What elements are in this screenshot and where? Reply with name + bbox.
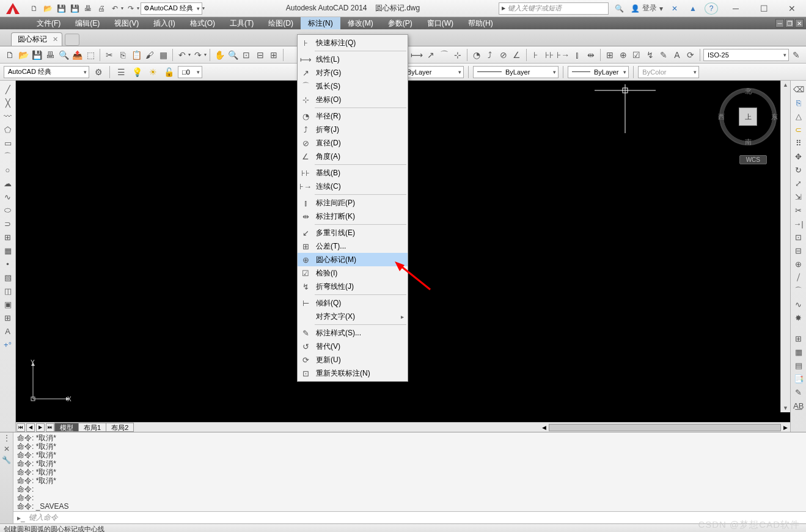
mtext-icon[interactable]: A <box>1 325 15 337</box>
rotate-icon[interactable]: ↻ <box>792 164 805 176</box>
plotstyle-combo[interactable]: ByLayer <box>568 66 629 78</box>
menu-item-更新[interactable]: ⟳更新(U) <box>298 353 408 366</box>
close-tab-icon[interactable]: ✕ <box>53 35 58 43</box>
dim-space-icon[interactable]: ⫿ <box>571 48 584 62</box>
blend-icon[interactable]: ∿ <box>792 298 805 310</box>
dimstyle-mgr-icon[interactable]: ✎ <box>790 48 802 62</box>
ellipse-arc-icon[interactable]: ⊃ <box>1 217 15 230</box>
menu-item-标注打断[interactable]: ⇹标注打断(K) <box>298 210 408 223</box>
dim-tedit-icon[interactable]: A <box>671 48 683 62</box>
preview-icon[interactable]: 🔍 <box>57 48 70 62</box>
menu-格式[interactable]: 格式(O) <box>183 17 222 29</box>
publish-icon[interactable]: 📤 <box>71 48 83 62</box>
gear-icon[interactable]: ⚙ <box>92 65 105 79</box>
menu-item-多重引线[interactable]: ↙多重引线(E) <box>298 226 408 239</box>
layer-on-icon[interactable]: 💡 <box>130 65 144 79</box>
save-icon[interactable]: 💾 <box>31 48 43 62</box>
redo-icon[interactable]: ↷ <box>192 48 204 62</box>
window-close-icon[interactable]: ✕ <box>778 0 806 17</box>
menu-item-半径[interactable]: ◔半径(R) <box>298 109 408 123</box>
match-icon[interactable]: 🖌 <box>144 48 156 62</box>
stretch-icon[interactable]: ⇲ <box>792 191 805 203</box>
zoom-rt-icon[interactable]: 🔍 <box>227 48 239 62</box>
3d-icon[interactable]: ⬚ <box>84 48 97 62</box>
hatch-icon[interactable]: ▧ <box>1 271 15 283</box>
point-icon[interactable]: • <box>1 258 15 270</box>
window-maximize-icon[interactable]: ☐ <box>750 0 778 17</box>
scale-icon[interactable]: ⤢ <box>792 177 805 189</box>
spline-icon[interactable]: ∿ <box>1 191 15 203</box>
dim-center-icon[interactable]: ⊕ <box>617 48 629 62</box>
dim-align-icon[interactable]: ↗ <box>425 48 437 62</box>
workspace-selector[interactable]: ⚙ AutoCAD 经典 <box>141 2 202 15</box>
bycolor-combo[interactable]: ByColor <box>638 66 699 78</box>
document-tab[interactable]: 圆心标记 ✕ <box>11 32 62 46</box>
calc-icon[interactable]: A͟B <box>792 399 805 412</box>
extend-icon[interactable]: →| <box>792 217 805 230</box>
copy-icon[interactable]: ⎘ <box>117 48 129 62</box>
dim-linear-icon[interactable]: ⟼ <box>410 48 423 62</box>
dim-angle-icon[interactable]: ∠ <box>511 48 523 62</box>
tab-next-icon[interactable]: ▶ <box>36 423 45 432</box>
app-menu-icon[interactable] <box>0 0 26 17</box>
pan-icon[interactable]: ✋ <box>213 48 225 62</box>
plot-icon[interactable]: 🖶 <box>82 2 94 15</box>
markup-icon[interactable]: ✎ <box>792 386 805 398</box>
doc-close-icon[interactable]: ✕ <box>795 19 804 27</box>
zoom-prev-icon[interactable]: ⊟ <box>254 48 266 62</box>
menu-item-公差[interactable]: ⊞公差(T)... <box>298 239 408 253</box>
menu-item-对齐文字[interactable]: 对齐文字(X) <box>298 310 408 323</box>
viewcube-top-face[interactable]: 上 <box>739 107 757 126</box>
dim-joglin-icon[interactable]: ↯ <box>644 48 656 62</box>
dsgn-icon[interactable]: ▦ <box>792 346 805 358</box>
tab-prev-icon[interactable]: ◀ <box>26 423 35 432</box>
viewcube[interactable]: 上 北 南 东 西 <box>719 88 777 145</box>
layer-lock-icon[interactable]: 🔓 <box>162 65 175 79</box>
dim-quick-icon[interactable]: ⊦ <box>530 48 542 62</box>
menu-item-折弯[interactable]: ⤴折弯(J) <box>298 123 408 136</box>
doc-minimize-icon[interactable]: ─ <box>775 19 784 27</box>
prop-icon[interactable]: ⊞ <box>792 332 805 344</box>
arc-icon[interactable]: ⌒ <box>1 150 15 162</box>
menu-item-角度[interactable]: ∠角度(A) <box>298 150 408 163</box>
sheet-icon[interactable]: 📑 <box>792 373 805 385</box>
help-icon[interactable]: ? <box>705 2 718 15</box>
pline-icon[interactable]: 〰 <box>1 110 15 122</box>
layout2-tab[interactable]: 布局2 <box>106 423 134 432</box>
gradient-icon[interactable]: ◫ <box>1 285 15 297</box>
revcloud-icon[interactable]: ☁ <box>1 177 15 189</box>
offset-icon[interactable]: ⊂ <box>792 123 805 136</box>
search-input[interactable]: 键入关键字或短语 <box>499 2 609 15</box>
exchange-icon[interactable]: ✕ <box>668 2 681 15</box>
explode-icon[interactable]: ✸ <box>792 312 805 324</box>
menu-文件[interactable]: 文件(F) <box>29 17 68 29</box>
menu-item-弧长[interactable]: ⌒弧长(S) <box>298 79 408 93</box>
qat-more[interactable]: ▾ <box>202 5 205 11</box>
fillet-icon[interactable]: ⌒ <box>792 285 805 297</box>
cmd-handle-icon[interactable]: ⋮ <box>3 434 10 442</box>
menu-标注[interactable]: 标注(N) <box>301 17 340 29</box>
dim-inspect-icon[interactable]: ☑ <box>631 48 643 62</box>
menu-item-线性[interactable]: ⟼线性(L) <box>298 53 408 66</box>
menu-item-直径[interactable]: ⊘直径(D) <box>298 136 408 150</box>
workspace-combo[interactable]: AutoCAD 经典 <box>4 66 89 78</box>
paste-icon[interactable]: 📋 <box>130 48 142 62</box>
circle-icon[interactable]: ○ <box>1 164 15 176</box>
new-icon[interactable]: 🗋 <box>4 48 16 62</box>
menu-item-对齐[interactable]: ↗对齐(G) <box>298 66 408 79</box>
linetype-combo[interactable]: ByLayer <box>403 66 464 78</box>
array-icon[interactable]: ⠿ <box>792 137 805 149</box>
menu-工具[interactable]: 工具(T) <box>222 17 261 29</box>
zoom-win-icon[interactable]: ⊡ <box>240 48 252 62</box>
save-icon[interactable]: 💾 <box>55 2 67 15</box>
zoom-ext-icon[interactable]: ⊞ <box>268 48 280 62</box>
undo-icon[interactable]: ↶ <box>176 48 188 62</box>
cmd-wrench-icon[interactable]: 🔧 <box>2 456 11 464</box>
insert-icon[interactable]: ⊞ <box>1 231 15 243</box>
menu-编辑[interactable]: 编辑(E) <box>68 17 107 29</box>
undo-drop[interactable]: ▾ <box>121 5 123 11</box>
command-input[interactable]: 键入命令 <box>29 512 802 523</box>
mirror-icon[interactable]: △ <box>792 110 805 122</box>
dimstyle-combo[interactable]: ISO-25 <box>703 49 789 61</box>
menu-item-重新关联标注[interactable]: ⊡重新关联标注(N) <box>298 366 408 380</box>
